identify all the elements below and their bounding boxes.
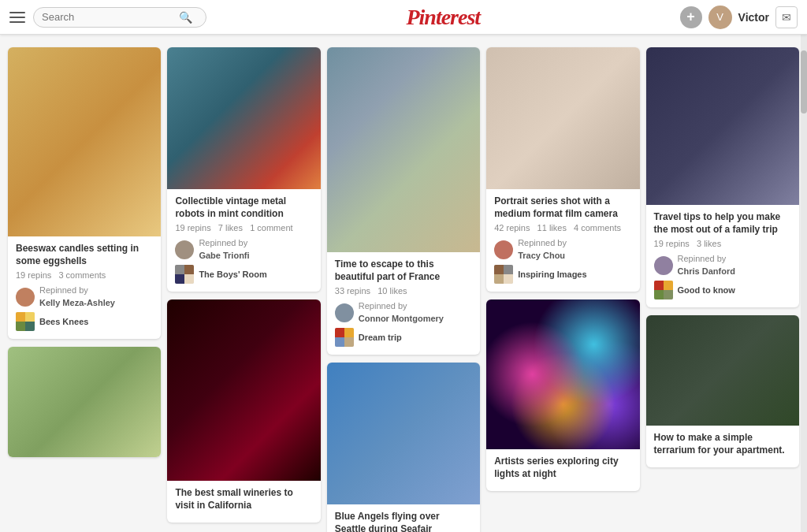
pin-stats: 19 repins 7 likes 1 comment [175,223,312,233]
pin-image [486,299,639,449]
pin-body: Time to escape to this beautiful part of… [327,252,480,355]
pin-repinned: Repinned byTracy Chou [494,237,631,262]
repinner-avatar [16,288,35,307]
pin-card[interactable]: Travel tips to help you make the most ou… [646,47,799,307]
pin-title: The best small wineries to visit in Cali… [175,487,312,512]
repinner-avatar [175,240,194,259]
pin-title: Artists series exploring city lights at … [494,456,631,480]
repinner-info: Repinned byTracy Chou [518,237,567,262]
pin-image [327,363,480,504]
message-button[interactable]: ✉ [775,6,798,28]
board-thumb [335,328,354,347]
pin-onto: The Boys' Room [175,265,312,284]
pin-body: Artists series exploring city lights at … [486,449,639,491]
pin-card[interactable]: How to make a simple terrarium for your … [646,315,799,467]
pin-title: How to make a simple terrarium for your … [654,432,791,456]
pins-grid: Beeswax candles setting in some eggshell… [0,39,807,532]
pin-repinned: Repinned byConnor Montgomery [335,300,472,325]
board-name: Good to know [678,285,735,295]
pin-repinned: Repinned byKelly Meza-Ashley [16,285,153,309]
pin-title: Portrait series shot with a medium forma… [494,195,631,220]
pin-stats: 42 repins 11 likes 4 comments [494,223,631,233]
board-thumb [494,265,513,284]
pin-card[interactable] [8,347,161,457]
pin-onto: Good to know [654,281,791,299]
header-actions: + V Victor ✉ [680,6,798,29]
pin-image [8,347,161,457]
pin-repinned: Repinned byChris Danford [654,253,791,277]
repinner-avatar [494,240,513,259]
pin-image [646,47,799,205]
pin-stats: 33 repins 10 likes [335,286,472,296]
search-input[interactable] [42,11,176,23]
board-name: Inspiring Images [518,270,586,279]
search-icon: 🔍 [179,11,192,24]
logo: Pinterest [206,5,680,30]
repinner-info: Repinned byKelly Meza-Ashley [39,285,115,309]
pin-body: Travel tips to help you make the most ou… [646,205,799,307]
board-name: Dream trip [359,333,402,342]
avatar[interactable]: V [708,6,732,29]
search-bar: 🔍 [33,7,206,28]
pin-image [646,315,799,426]
menu-button[interactable] [9,12,25,23]
pin-title: Travel tips to help you make the most ou… [654,211,791,236]
pin-image [167,299,320,481]
pin-repinned: Repinned byGabe Trionfi [175,237,312,262]
scrollbar[interactable] [801,35,807,532]
repinner-info: Repinned byConnor Montgomery [359,300,444,325]
pin-body: The best small wineries to visit in Cali… [167,481,320,523]
repinner-info: Repinned byGabe Trionfi [199,237,249,262]
pin-stats: 19 repins 3 likes [654,239,791,248]
pin-image [8,47,161,236]
pin-image [486,47,639,189]
pin-card[interactable]: Beeswax candles setting in some eggshell… [8,47,161,339]
username: Victor [738,11,769,24]
pin-body: How to make a simple terrarium for your … [646,426,799,467]
header: 🔍 Pinterest + V Victor ✉ [0,0,807,35]
pin-body: Beeswax candles setting in some eggshell… [8,236,161,339]
pin-title: Blue Angels flying over Seattle during S… [335,511,472,532]
pin-body: Blue Angels flying over Seattle during S… [327,504,480,532]
add-button[interactable]: + [680,6,702,28]
pin-card[interactable]: Artists series exploring city lights at … [486,299,639,491]
board-name: Bees Knees [39,317,88,326]
repinner-avatar [335,303,354,322]
board-thumb [16,312,35,331]
board-name: The Boys' Room [199,270,266,279]
pin-title: Collectible vintage metal robots in mint… [175,195,312,220]
pin-title: Time to escape to this beautiful part of… [335,259,472,283]
repinner-info: Repinned byChris Danford [678,253,735,277]
pin-card[interactable]: Time to escape to this beautiful part of… [327,47,480,355]
pin-image [167,47,320,189]
pin-onto: Bees Knees [16,312,153,331]
repinner-avatar [654,256,673,275]
pin-body: Portrait series shot with a medium forma… [486,189,639,292]
pin-onto: Dream trip [335,328,472,347]
pin-onto: Inspiring Images [494,265,631,284]
pin-body: Collectible vintage metal robots in mint… [167,189,320,292]
board-thumb [654,281,673,299]
pin-card[interactable]: Blue Angels flying over Seattle during S… [327,363,480,532]
pin-image [327,47,480,252]
pin-title: Beeswax candles setting in some eggshell… [16,243,153,267]
pin-stats: 19 repins 3 comments [16,270,153,280]
board-thumb [175,265,194,284]
scroll-thumb[interactable] [801,50,807,113]
pin-card[interactable]: Portrait series shot with a medium forma… [486,47,639,292]
pin-card[interactable]: The best small wineries to visit in Cali… [167,299,320,523]
pin-card[interactable]: Collectible vintage metal robots in mint… [167,47,320,292]
